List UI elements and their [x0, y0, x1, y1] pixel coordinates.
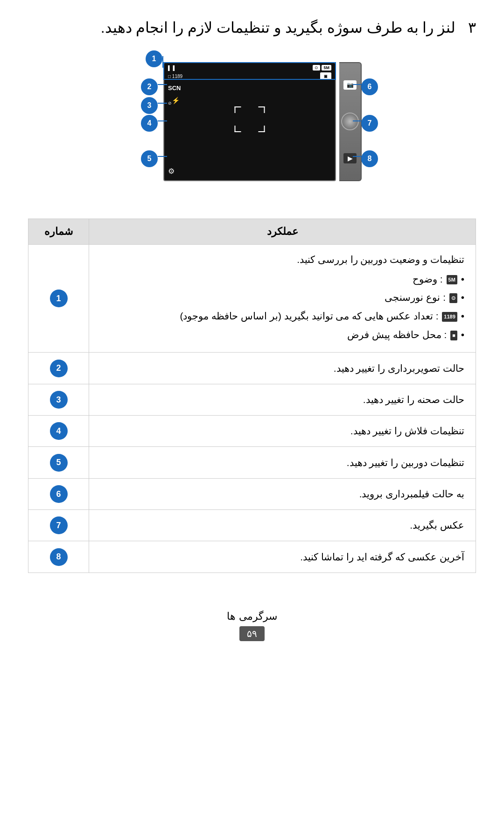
number-cell-1: 1: [28, 245, 89, 353]
footer-label: سرگرمی ها: [28, 610, 476, 622]
play-button: ▶: [343, 153, 357, 163]
footer-page: ۵۹: [239, 626, 265, 641]
line-2h: [158, 84, 167, 85]
num-badge-2: 2: [50, 360, 68, 377]
table-row: تنظیمات و وضعیت دوربین را بررسی کنید. 5M…: [28, 245, 476, 353]
number-cell-6: 6: [28, 478, 89, 509]
num-badge-3: 3: [50, 391, 68, 409]
line-7h: [353, 120, 361, 121]
settings-icon: ⚙: [168, 167, 175, 176]
function-cell-8: آخرین عکسی که گرفته اید را تماشا کنید.: [89, 541, 476, 573]
number-cell-5: 5: [28, 447, 89, 478]
table-row: تنظیمات دوربین را تغییر دهید. 5: [28, 447, 476, 478]
camera-right-panel: 📷 ▶: [339, 62, 362, 181]
function-text-7: عکس بگیرید.: [410, 520, 464, 530]
number-cell-2: 2: [28, 353, 89, 384]
function-text-4: تنظیمات فلاش را تغییر دهید.: [350, 425, 464, 436]
meter-icon: ⊙: [449, 293, 457, 303]
table-row: عکس بگیرید. 7: [28, 509, 476, 541]
photo-mode-icon: ▣: [320, 72, 331, 80]
line-1v: [162, 56, 163, 68]
num-badge-1: 1: [50, 290, 68, 307]
function-cell-1: تنظیمات و وضعیت دوربین را بررسی کنید. 5M…: [89, 245, 476, 353]
line-6h: [353, 84, 361, 85]
step-header: ۳ لنز را به طرف سوژه بگیرید و تنظیمات لا…: [28, 19, 476, 36]
number-cell-7: 7: [28, 509, 89, 541]
function-text-6: به حالت فیلمبرداری بروید.: [359, 488, 464, 499]
num-badge-6: 6: [50, 485, 68, 503]
function-cell-5: تنظیمات دوربین را تغییر دهید.: [89, 447, 476, 478]
bullet-item: ⊙ : نوع نورسنجی: [100, 289, 464, 306]
callout-1: 1: [146, 50, 162, 67]
status-right: ▐▌: [168, 65, 175, 71]
function-cell-7: عکس بگیرید.: [89, 509, 476, 541]
scn-label: SCN: [168, 85, 181, 92]
num-badge-8: 8: [50, 548, 68, 566]
callout-4: 4: [141, 115, 158, 132]
table-row: حالت صحنه را تغییر دهید. 3: [28, 384, 476, 415]
mem-icon: ■: [450, 331, 457, 340]
line-4h: [158, 120, 167, 121]
number-cell-8: 8: [28, 541, 89, 573]
function-text-8: آخرین عکسی که گرفته اید را تماشا کنید.: [300, 551, 464, 562]
flash-icon: ⚡⊘: [168, 97, 180, 106]
number-cell-3: 3: [28, 384, 89, 415]
col-number-header: شماره: [28, 219, 89, 245]
metering-icon: ⊙: [313, 65, 320, 71]
callout-8: 8: [361, 150, 378, 167]
count-icon: 1189: [442, 312, 457, 322]
focus-brackets: [235, 106, 265, 132]
num-badge-4: 4: [50, 422, 68, 440]
battery-icon: ▐▌: [168, 65, 175, 71]
number-cell-4: 4: [28, 416, 89, 447]
num-badge-7: 7: [50, 516, 68, 534]
status-bar: 5M ⊙ ▐▌: [164, 65, 335, 71]
function-cell-6: به حالت فیلمبرداری بروید.: [89, 478, 476, 509]
table-row: آخرین عکسی که گرفته اید را تماشا کنید. 8: [28, 541, 476, 573]
res-icon: 5M: [447, 275, 457, 285]
camera-diagram: 5M ⊙ ▐▌ ▣ 1189 □ SCN ⚡⊘ ⚙: [117, 50, 387, 209]
shot-count: 1189 □: [168, 74, 182, 79]
page-content: ۳ لنز را به طرف سوژه بگیرید و تنظیمات لا…: [0, 0, 504, 688]
callout-3: 3: [141, 97, 158, 114]
table-row: به حالت فیلمبرداری بروید. 6: [28, 478, 476, 509]
function-text-2: حالت تصویربرداری را تغییر دهید.: [334, 363, 464, 374]
callout-6: 6: [361, 78, 378, 95]
bullet-item: 5M : وضوح: [100, 271, 464, 288]
col-function-header: عملکرد: [89, 219, 476, 245]
function-text-3: حالت صحنه را تغییر دهید.: [363, 394, 464, 405]
table-row: حالت تصویربرداری را تغییر دهید. 2: [28, 353, 476, 384]
camera-screen: 5M ⊙ ▐▌ ▣ 1189 □ SCN ⚡⊘ ⚙: [163, 62, 336, 181]
function-cell-3: حالت صحنه را تغییر دهید.: [89, 384, 476, 415]
callout-2: 2: [141, 78, 158, 95]
bullet-item: ■ : محل حافظه پیش فرض: [100, 326, 464, 343]
status-left: 5M ⊙: [313, 65, 331, 71]
num-badge-5: 5: [50, 454, 68, 472]
function-cell-2: حالت تصویربرداری را تغییر دهید.: [89, 353, 476, 384]
resolution-icon: 5M: [322, 65, 331, 71]
function-text-5: تنظیمات دوربین را تغییر دهید.: [347, 457, 464, 468]
callout-7: 7: [361, 115, 378, 132]
line-5h: [158, 156, 167, 157]
function-cell-4: تنظیمات فلاش را تغییر دهید.: [89, 416, 476, 447]
footer: سرگرمی ها ۵۹: [28, 610, 476, 660]
callout-5: 5: [141, 150, 158, 167]
line-8h: [353, 156, 361, 157]
bullet-list-1: 5M : وضوح ⊙ : نوع نورسنجی 1189 : تعداد ع…: [100, 271, 464, 343]
bullet-item: 1189 : تعداد عکس هایی که می توانید بگیری…: [100, 308, 464, 325]
function-text-1: تنظیمات و وضعیت دوربین را بررسی کنید.: [100, 251, 464, 268]
table-row: تنظیمات فلاش را تغییر دهید. 4: [28, 416, 476, 447]
cam-row2: ▣ 1189 □: [164, 72, 335, 80]
step-number: ۳: [468, 19, 476, 36]
step-instruction: لنز را به طرف سوژه بگیرید و تنظیمات لازم…: [101, 19, 456, 36]
function-table: عملکرد شماره تنظیمات و وضعیت دوربین را ب…: [28, 219, 476, 573]
line-3h: [158, 103, 167, 104]
